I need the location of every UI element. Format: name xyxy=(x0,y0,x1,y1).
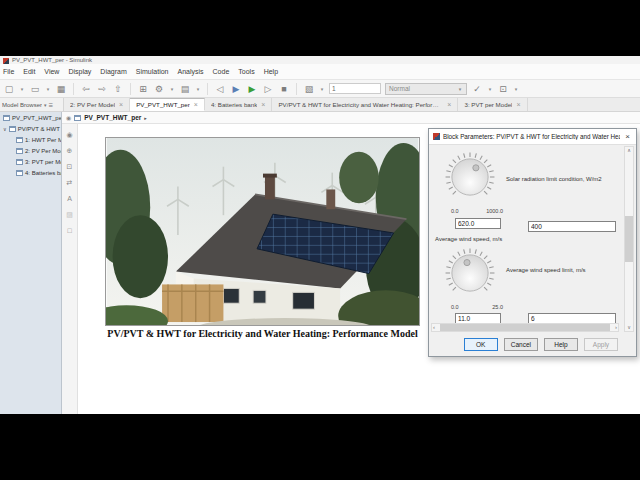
open-icon[interactable]: ▭ xyxy=(29,82,41,96)
close-icon[interactable]: × xyxy=(119,101,123,108)
dialog-title: Block Parameters: PV/PVT & HWT for Elect… xyxy=(443,133,620,140)
model-browser-panel: PV_PVT_HWT_per ∨ PV/PVT & HWT for 1: HWT… xyxy=(0,112,62,414)
menu-code[interactable]: Code xyxy=(213,68,230,75)
area-icon[interactable]: □ xyxy=(67,226,71,235)
hide-browser-icon[interactable]: ◉ xyxy=(66,130,72,139)
tab-performance-model[interactable]: PV/PVT & HWT for Electricity and Water H… xyxy=(272,98,458,111)
tab-pvt-per-model[interactable]: 3: PVT per Model × xyxy=(458,98,527,111)
scope-dropdown-icon[interactable]: ▾ xyxy=(319,82,325,96)
check-dropdown-icon[interactable]: ▾ xyxy=(487,82,493,96)
simulation-mode-select[interactable]: Normal ▾ xyxy=(385,83,467,95)
block-parameters-dialog: Block Parameters: PV/PVT & HWT for Elect… xyxy=(428,128,637,357)
browser-dropdown-icon[interactable]: ▾ xyxy=(44,102,47,108)
breadcrumb-path[interactable]: PV_PVT_HWT_per xyxy=(84,114,141,121)
tree-group[interactable]: ∨ PV/PVT & HWT for xyxy=(0,123,61,134)
model-image xyxy=(105,137,420,326)
simulation-mode-value: Normal xyxy=(389,85,410,92)
library-browser-icon[interactable]: ⊞ xyxy=(137,82,149,96)
save-icon[interactable]: ▦ xyxy=(55,82,67,96)
dialog-vertical-scrollbar[interactable]: ∧ ∨ xyxy=(624,146,634,332)
fit-view-icon[interactable]: ⊡ xyxy=(67,162,73,171)
apply-button[interactable]: Apply xyxy=(584,338,618,351)
back-icon[interactable]: ⇦ xyxy=(80,82,92,96)
solar-knob-value-field[interactable] xyxy=(455,218,501,229)
fast-restart-icon[interactable]: ▶ xyxy=(230,82,242,96)
vertical-scroll-thumb[interactable] xyxy=(625,216,633,262)
solar-radiation-knob[interactable] xyxy=(441,148,499,206)
menu-edit[interactable]: Edit xyxy=(23,68,35,75)
scroll-left-icon[interactable]: ‹ xyxy=(433,324,435,331)
dialog-horizontal-scrollbar[interactable]: ‹ › xyxy=(431,323,619,332)
config-dropdown-icon[interactable]: ▾ xyxy=(195,82,201,96)
toolbar-separator xyxy=(73,83,74,95)
tab-batteries-bank[interactable]: 4: Batteries bank × xyxy=(205,98,273,111)
gear-dropdown-icon[interactable]: ▾ xyxy=(169,82,175,96)
close-icon[interactable]: × xyxy=(447,101,451,108)
wind-limit-label: Average wind speed limit, m/s xyxy=(506,267,618,273)
browser-menu-icon[interactable]: ☰ xyxy=(49,102,53,108)
menu-bar: File Edit View Display Diagram Simulatio… xyxy=(0,64,640,80)
step-forward-icon[interactable]: ▷ xyxy=(262,82,274,96)
model-icon xyxy=(9,126,16,132)
dialog-close-icon[interactable]: × xyxy=(623,132,632,141)
solar-limit-field[interactable] xyxy=(528,221,616,232)
menu-display[interactable]: Display xyxy=(68,68,91,75)
forward-icon[interactable]: ⇨ xyxy=(96,82,108,96)
menu-view[interactable]: View xyxy=(44,68,59,75)
build-icon[interactable]: ⊡ xyxy=(497,82,509,96)
new-model-icon[interactable]: ▢ xyxy=(3,82,15,96)
tab-pv-per-model[interactable]: 2: PV Per Model × xyxy=(64,98,130,111)
tree-item-hwt[interactable]: 1: HWT Per M xyxy=(0,134,61,145)
dialog-content: 0.0 1000.0 Solar radiation limit conditi… xyxy=(429,145,636,334)
menu-help[interactable]: Help xyxy=(264,68,278,75)
ok-button[interactable]: OK xyxy=(464,338,498,351)
tree-item-batteries[interactable]: 4: Batteries ba xyxy=(0,167,61,178)
document-tab-bar: Model Browser ▾ ☰ 2: PV Per Model × PV_P… xyxy=(0,98,640,112)
build-dropdown-icon[interactable]: ▾ xyxy=(513,82,519,96)
step-back-icon[interactable]: ◁ xyxy=(214,82,226,96)
toolbar-separator xyxy=(296,83,297,95)
close-icon[interactable]: × xyxy=(261,101,265,108)
wind-speed-knob[interactable] xyxy=(441,244,499,302)
horizontal-scroll-thumb[interactable] xyxy=(440,324,610,331)
menu-file[interactable]: File xyxy=(3,68,14,75)
model-browser-header[interactable]: Model Browser ▾ ☰ xyxy=(0,98,64,111)
toolbar-separator xyxy=(207,83,208,95)
help-button[interactable]: Help xyxy=(544,338,578,351)
wind-knob-scale: 0.0 25.0 xyxy=(451,304,503,310)
scope-icon[interactable]: ▧ xyxy=(303,82,315,96)
home-icon[interactable]: ◉ xyxy=(66,114,71,121)
image-icon[interactable]: ▨ xyxy=(66,210,73,219)
run-icon[interactable]: ▶ xyxy=(246,82,258,96)
menu-diagram[interactable]: Diagram xyxy=(100,68,126,75)
stop-time-field[interactable] xyxy=(329,83,381,94)
annotation-icon[interactable]: A xyxy=(67,194,72,203)
stop-icon[interactable]: ■ xyxy=(278,82,290,96)
tree-item-pv[interactable]: 2: PV Per Mod xyxy=(0,145,61,156)
menu-simulation[interactable]: Simulation xyxy=(136,68,169,75)
cancel-button[interactable]: Cancel xyxy=(504,338,538,351)
scroll-up-icon[interactable]: ∧ xyxy=(627,147,631,154)
mode-dropdown-icon: ▾ xyxy=(457,82,463,96)
swap-icon[interactable]: ⇄ xyxy=(67,178,73,187)
open-dropdown-icon[interactable]: ▾ xyxy=(45,82,51,96)
close-icon[interactable]: × xyxy=(516,101,520,108)
tab-pv-pvt-hwt-per[interactable]: PV_PVT_HWT_per × xyxy=(130,98,205,111)
settings-gear-icon[interactable]: ⚙ xyxy=(153,82,165,96)
menu-analysis[interactable]: Analysis xyxy=(177,68,203,75)
tree-root[interactable]: PV_PVT_HWT_per xyxy=(0,112,61,123)
simulink-window: PV_PVT_HWT_per - Simulink File Edit View… xyxy=(0,56,640,414)
menu-tools[interactable]: Tools xyxy=(238,68,254,75)
zoom-icon[interactable]: ⊕ xyxy=(67,146,73,155)
close-icon[interactable]: × xyxy=(194,101,198,108)
tree-item-pvt[interactable]: 3: PVT per Mo xyxy=(0,156,61,167)
chevron-down-icon[interactable]: ∨ xyxy=(3,126,7,132)
dialog-titlebar[interactable]: Block Parameters: PV/PVT & HWT for Elect… xyxy=(429,129,636,145)
model-config-icon[interactable]: ▤ xyxy=(179,82,191,96)
update-check-icon[interactable]: ✓ xyxy=(471,82,483,96)
up-to-parent-icon[interactable]: ⇧ xyxy=(112,82,124,96)
scroll-down-icon[interactable]: ∨ xyxy=(627,324,631,331)
canvas-palette: ◉ ⊕ ⊡ ⇄ A ▨ □ xyxy=(62,124,78,414)
scroll-right-icon[interactable]: › xyxy=(615,324,617,331)
new-dropdown-icon[interactable]: ▾ xyxy=(19,82,25,96)
